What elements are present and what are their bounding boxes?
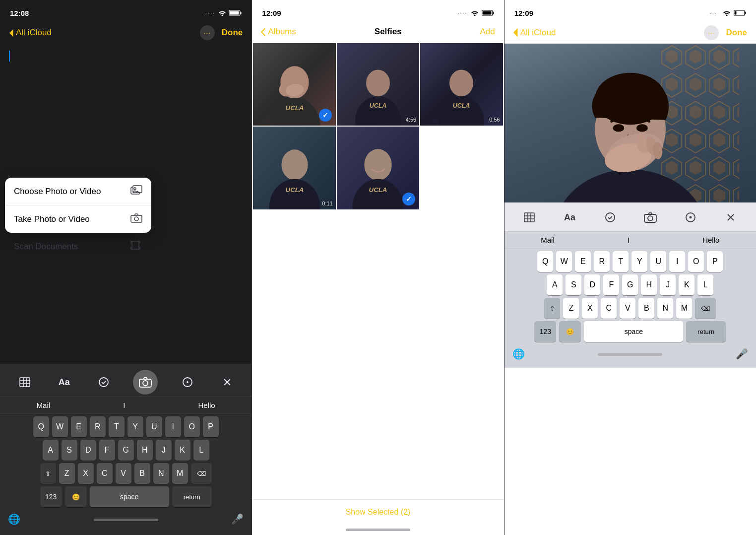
key-y-3[interactable]: Y (631, 251, 647, 272)
key-z-1[interactable]: Z (59, 463, 75, 484)
suggestion-hello-3[interactable]: Hello (697, 235, 724, 245)
suggestion-mail-3[interactable]: Mail (536, 235, 560, 245)
key-g-3[interactable]: G (622, 274, 638, 295)
more-button-1[interactable]: ··· (200, 25, 215, 40)
key-k-3[interactable]: K (679, 274, 694, 295)
suggestion-mail-1[interactable]: Mail (32, 400, 56, 410)
photo-cell-5[interactable]: UCLA ✓ (337, 127, 419, 209)
markup-toolbar-btn-1[interactable] (178, 372, 197, 392)
key-return-1[interactable]: return (172, 486, 212, 507)
suggestion-i-3[interactable]: I (623, 235, 634, 245)
key-t-1[interactable]: T (109, 416, 125, 437)
choose-photo-menu-item[interactable]: Choose Photo or Video (5, 178, 151, 205)
back-button-1[interactable]: All iCloud (9, 28, 52, 38)
key-emoji-1[interactable]: 😊 (65, 486, 87, 507)
key-o-1[interactable]: O (184, 416, 200, 437)
key-x-3[interactable]: X (582, 298, 598, 319)
camera-toolbar-btn-1[interactable] (133, 370, 158, 395)
key-c-3[interactable]: C (601, 298, 617, 319)
globe-icon-3[interactable]: 🌐 (509, 345, 528, 363)
key-shift-1[interactable]: ⇧ (40, 463, 56, 484)
key-nums-3[interactable]: 123 (534, 321, 556, 342)
format-toolbar-btn-3[interactable]: Aa (560, 207, 579, 227)
show-selected-button[interactable]: Show Selected (2) (346, 508, 411, 516)
key-m-3[interactable]: M (676, 298, 692, 319)
key-e-3[interactable]: E (575, 251, 591, 272)
photo-cell-3[interactable]: UCLA 0:56 (420, 43, 503, 126)
suggestion-i-1[interactable]: I (118, 400, 130, 410)
photo-cell-4[interactable]: UCLA 0:11 (253, 127, 335, 209)
key-j-3[interactable]: J (660, 274, 676, 295)
key-r-1[interactable]: R (90, 416, 106, 437)
key-w-3[interactable]: W (556, 251, 572, 272)
photo-cell-1[interactable]: UCLA ✓ (253, 43, 335, 126)
key-f-1[interactable]: F (99, 440, 115, 461)
photo-cell-2[interactable]: UCLA 4:56 (337, 43, 419, 126)
mic-icon-3[interactable]: 🎤 (733, 345, 751, 363)
close-toolbar-btn-1[interactable] (217, 372, 237, 392)
key-return-3[interactable]: return (686, 321, 726, 342)
key-n-1[interactable]: N (153, 463, 169, 484)
key-space-3[interactable]: space (584, 321, 683, 342)
key-y-1[interactable]: Y (127, 416, 143, 437)
key-s-3[interactable]: S (566, 274, 581, 295)
checklist-toolbar-btn-1[interactable] (94, 372, 114, 392)
camera-toolbar-btn-3[interactable] (640, 207, 660, 227)
key-o-3[interactable]: O (688, 251, 704, 272)
key-h-1[interactable]: H (137, 440, 153, 461)
markup-toolbar-btn-3[interactable] (681, 207, 700, 227)
key-q-3[interactable]: Q (537, 251, 553, 272)
key-n-3[interactable]: N (657, 298, 673, 319)
mic-icon-1[interactable]: 🎤 (228, 510, 247, 528)
albums-add-button[interactable]: Add (480, 27, 495, 37)
key-k-1[interactable]: K (175, 440, 190, 461)
key-g-1[interactable]: G (118, 440, 134, 461)
key-u-3[interactable]: U (650, 251, 666, 272)
albums-back-button[interactable]: Albums (261, 27, 296, 37)
key-u-1[interactable]: U (146, 416, 162, 437)
key-a-1[interactable]: A (43, 440, 59, 461)
key-l-1[interactable]: L (193, 440, 209, 461)
key-delete-3[interactable]: ⌫ (695, 298, 716, 319)
key-d-1[interactable]: D (80, 440, 96, 461)
back-button-3[interactable]: All iCloud (513, 28, 556, 38)
key-v-1[interactable]: V (116, 463, 131, 484)
format-toolbar-btn-1[interactable]: Aa (54, 372, 74, 392)
key-space-1[interactable]: space (90, 486, 169, 507)
take-photo-menu-item[interactable]: Take Photo or Video (5, 205, 151, 233)
key-h-3[interactable]: H (641, 274, 657, 295)
key-p-3[interactable]: P (707, 251, 723, 272)
table-toolbar-btn-3[interactable] (519, 207, 539, 227)
key-z-3[interactable]: Z (563, 298, 579, 319)
close-toolbar-btn-3[interactable] (721, 207, 741, 227)
key-f-3[interactable]: F (603, 274, 619, 295)
key-t-3[interactable]: T (613, 251, 629, 272)
key-m-1[interactable]: M (172, 463, 188, 484)
key-emoji-3[interactable]: 😊 (559, 321, 581, 342)
key-i-1[interactable]: I (165, 416, 181, 437)
key-nums-1[interactable]: 123 (40, 486, 62, 507)
key-q-1[interactable]: Q (33, 416, 49, 437)
checklist-toolbar-btn-3[interactable] (600, 207, 620, 227)
key-j-1[interactable]: J (156, 440, 172, 461)
key-l-3[interactable]: L (697, 274, 713, 295)
key-shift-3[interactable]: ⇧ (544, 298, 560, 319)
globe-icon-1[interactable]: 🌐 (5, 510, 23, 528)
key-p-1[interactable]: P (203, 416, 219, 437)
key-c-1[interactable]: C (97, 463, 113, 484)
scan-docs-row[interactable]: Scan Documents (5, 240, 151, 253)
key-b-1[interactable]: B (134, 463, 150, 484)
suggestion-hello-1[interactable]: Hello (193, 400, 220, 410)
key-s-1[interactable]: S (62, 440, 77, 461)
key-e-1[interactable]: E (71, 416, 87, 437)
key-x-1[interactable]: X (78, 463, 94, 484)
key-v-3[interactable]: V (620, 298, 635, 319)
key-delete-1[interactable]: ⌫ (191, 463, 212, 484)
table-toolbar-btn-1[interactable] (15, 372, 35, 392)
key-d-3[interactable]: D (584, 274, 600, 295)
done-button-3[interactable]: Done (726, 28, 747, 38)
done-button-1[interactable]: Done (222, 28, 243, 38)
more-button-3[interactable]: ··· (704, 25, 719, 40)
key-a-3[interactable]: A (547, 274, 563, 295)
key-r-3[interactable]: R (594, 251, 610, 272)
